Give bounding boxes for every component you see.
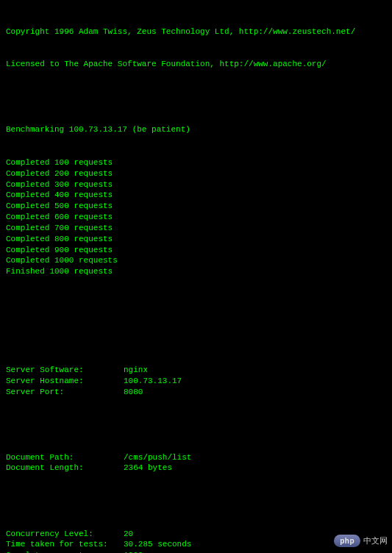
kv-label: Document Path:: [6, 452, 124, 463]
kv-value: /cms/push/list: [124, 452, 191, 463]
kv-label: Time taken for tests:: [6, 539, 124, 550]
progress-line: Completed 100 requests: [6, 157, 386, 168]
kv-value: 30.285 seconds: [124, 539, 191, 550]
progress-line: Completed 800 requests: [6, 234, 386, 245]
blank-line: [6, 299, 386, 310]
progress-line: Completed 200 requests: [6, 168, 386, 179]
watermark: php 中文网: [334, 535, 388, 548]
watermark-text: 中文网: [363, 535, 388, 546]
blank-line: [6, 332, 386, 343]
progress-line: Completed 400 requests: [6, 190, 386, 201]
blank-line: [6, 92, 386, 103]
kv-row: Document Path: /cms/push/list: [6, 452, 386, 463]
document-block: Document Path: /cms/push/listDocument Le…: [6, 452, 386, 474]
server-block: Server Software: nginxServer Hostname: 1…: [6, 365, 386, 398]
kv-label: Document Length:: [6, 463, 124, 474]
kv-row: Complete requests: 1000: [6, 550, 386, 553]
kv-label: Concurrency Level:: [6, 529, 124, 540]
blank-line: [6, 419, 386, 430]
kv-value: 8080: [124, 387, 143, 398]
terminal-output: Copyright 1996 Adam Twiss, Zeus Technolo…: [6, 4, 386, 553]
progress-block: Completed 100 requestsCompleted 200 requ…: [6, 157, 386, 277]
benchmark-line: Benchmarking 100.73.13.17 (be patient): [6, 124, 386, 135]
kv-value: 100.73.13.17: [124, 376, 182, 387]
kv-label: Complete requests:: [6, 550, 124, 553]
kv-row: Server Software: nginx: [6, 365, 386, 376]
kv-row: Server Port: 8080: [6, 387, 386, 398]
progress-line: Completed 900 requests: [6, 245, 386, 256]
kv-label: Server Port:: [6, 387, 124, 398]
progress-line: Completed 700 requests: [6, 223, 386, 234]
blank-line: [6, 496, 386, 507]
kv-row: Concurrency Level: 20: [6, 529, 386, 540]
kv-value: 20: [124, 529, 133, 540]
kv-value: 1000: [124, 550, 143, 553]
progress-line: Completed 600 requests: [6, 212, 386, 223]
kv-label: Server Hostname:: [6, 376, 124, 387]
progress-line: Completed 300 requests: [6, 179, 386, 190]
progress-line: Finished 1000 requests: [6, 266, 386, 277]
kv-row: Server Hostname: 100.73.13.17: [6, 376, 386, 387]
results-block: Concurrency Level: 20Time taken for test…: [6, 529, 386, 554]
copyright-line: Copyright 1996 Adam Twiss, Zeus Technolo…: [6, 26, 386, 38]
license-line: Licensed to The Apache Software Foundati…: [6, 59, 386, 70]
kv-value: 2364 bytes: [124, 463, 172, 474]
php-badge-icon: php: [334, 535, 360, 548]
kv-label: Server Software:: [6, 365, 124, 376]
progress-line: Completed 1000 requests: [6, 255, 386, 266]
kv-row: Time taken for tests: 30.285 seconds: [6, 539, 386, 550]
kv-value: nginx: [124, 365, 148, 376]
kv-row: Document Length: 2364 bytes: [6, 463, 386, 474]
progress-line: Completed 500 requests: [6, 201, 386, 212]
